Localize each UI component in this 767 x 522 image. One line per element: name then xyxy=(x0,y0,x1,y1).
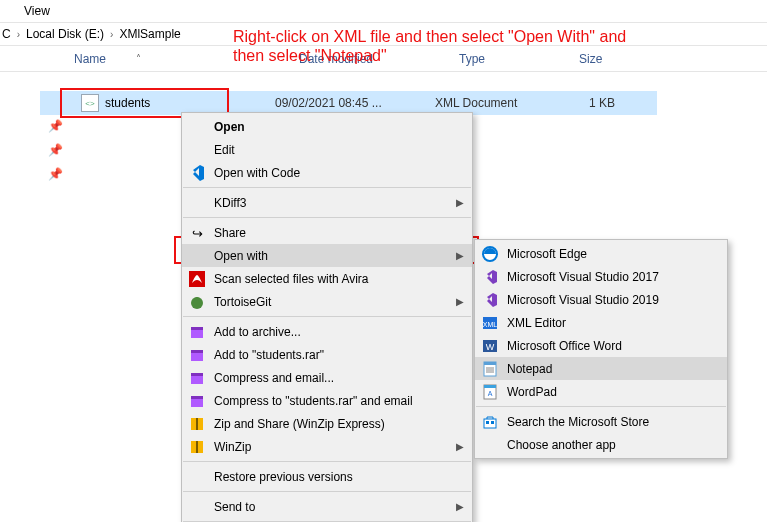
menu-add-archive[interactable]: Add to archive... xyxy=(182,320,472,343)
svg-text:W: W xyxy=(486,342,495,352)
winrar-icon xyxy=(188,323,206,341)
svg-rect-8 xyxy=(191,373,203,376)
menu-open[interactable]: Open xyxy=(182,115,472,138)
menu-kdiff3[interactable]: KDiff3▶ xyxy=(182,191,472,214)
svg-rect-30 xyxy=(491,421,494,424)
sort-asc-icon: ˄ xyxy=(136,53,141,64)
svg-rect-4 xyxy=(191,327,203,330)
separator xyxy=(183,491,471,492)
pin-icon: 📌 xyxy=(48,119,63,133)
pin-icon: 📌 xyxy=(48,143,63,157)
winzip-icon xyxy=(188,415,206,433)
svg-point-2 xyxy=(195,297,199,301)
chevron-right-icon: › xyxy=(17,29,20,40)
menu-zip-share[interactable]: Zip and Share (WinZip Express) xyxy=(182,412,472,435)
menu-compress-rar-email[interactable]: Compress to "students.rar" and email xyxy=(182,389,472,412)
separator xyxy=(183,187,471,188)
chevron-right-icon: ▶ xyxy=(456,296,464,307)
svg-rect-12 xyxy=(196,418,198,430)
separator xyxy=(183,461,471,462)
openwith-submenu: Microsoft Edge Microsoft Visual Studio 2… xyxy=(474,239,728,459)
vscode-icon xyxy=(188,164,206,182)
menu-compress-email[interactable]: Compress and email... xyxy=(182,366,472,389)
menu-winzip[interactable]: WinZip▶ xyxy=(182,435,472,458)
file-explorer-window: View C › Local Disk (E:) › XMlSample Nam… xyxy=(0,0,767,522)
file-name: students xyxy=(105,96,275,110)
winzip-icon xyxy=(188,438,206,456)
tortoisegit-icon xyxy=(188,293,206,311)
menu-tortoisegit[interactable]: TortoiseGit▶ xyxy=(182,290,472,313)
chevron-right-icon: › xyxy=(110,29,113,40)
menu-open-with-code[interactable]: Open with Code xyxy=(182,161,472,184)
separator xyxy=(183,217,471,218)
winrar-icon xyxy=(188,369,206,387)
separator xyxy=(183,316,471,317)
svg-rect-6 xyxy=(191,350,203,353)
menu-open-with[interactable]: Open with▶ xyxy=(182,244,472,267)
submenu-choose-another[interactable]: Choose another app xyxy=(475,433,727,456)
submenu-edge[interactable]: Microsoft Edge xyxy=(475,242,727,265)
pin-icon: 📌 xyxy=(48,167,63,181)
svg-rect-21 xyxy=(484,362,496,365)
col-name[interactable]: Name xyxy=(74,52,106,66)
word-icon: W xyxy=(481,337,499,355)
file-type: XML Document xyxy=(435,96,555,110)
menu-restore-versions[interactable]: Restore previous versions xyxy=(182,465,472,488)
menu-add-rar[interactable]: Add to "students.rar" xyxy=(182,343,472,366)
xml-editor-icon: XML xyxy=(481,314,499,332)
share-icon: ↪ xyxy=(188,224,206,242)
svg-rect-26 xyxy=(484,385,496,388)
visualstudio-icon xyxy=(481,268,499,286)
crumb-folder[interactable]: XMlSample xyxy=(119,27,180,41)
winrar-icon xyxy=(188,392,206,410)
col-type[interactable]: Type xyxy=(459,52,579,66)
submenu-vs2019[interactable]: Microsoft Visual Studio 2019 xyxy=(475,288,727,311)
menu-scan-avira[interactable]: Scan selected files with Avira xyxy=(182,267,472,290)
submenu-word[interactable]: W Microsoft Office Word xyxy=(475,334,727,357)
submenu-wordpad[interactable]: A WordPad xyxy=(475,380,727,403)
chevron-right-icon: ▶ xyxy=(456,250,464,261)
avira-icon xyxy=(188,270,206,288)
submenu-search-store[interactable]: Search the Microsoft Store xyxy=(475,410,727,433)
file-date: 09/02/2021 08:45 ... xyxy=(275,96,435,110)
col-size[interactable]: Size xyxy=(579,52,639,66)
submenu-xml-editor[interactable]: XML XML Editor xyxy=(475,311,727,334)
submenu-notepad[interactable]: Notepad xyxy=(475,357,727,380)
svg-rect-14 xyxy=(196,441,198,453)
svg-rect-10 xyxy=(191,396,203,399)
xml-file-icon: <> xyxy=(81,94,99,112)
chevron-right-icon: ▶ xyxy=(456,197,464,208)
svg-rect-29 xyxy=(486,421,489,424)
file-size: 1 KB xyxy=(555,96,615,110)
svg-text:A: A xyxy=(488,390,493,397)
annotation-text-2: then select "Notepad" xyxy=(233,46,387,65)
chevron-right-icon: ▶ xyxy=(456,501,464,512)
visualstudio-icon xyxy=(481,291,499,309)
svg-rect-28 xyxy=(484,419,496,428)
winrar-icon xyxy=(188,346,206,364)
annotation-text-1: Right-click on XML file and then select … xyxy=(233,27,626,46)
edge-icon xyxy=(481,245,499,263)
submenu-vs2017[interactable]: Microsoft Visual Studio 2017 xyxy=(475,265,727,288)
notepad-icon xyxy=(481,360,499,378)
menubar: View xyxy=(0,0,767,23)
menu-view[interactable]: View xyxy=(18,2,56,20)
menu-send-to[interactable]: Send to▶ xyxy=(182,495,472,518)
store-icon xyxy=(481,413,499,431)
crumb-root[interactable]: C xyxy=(2,27,11,41)
menu-share[interactable]: ↪ Share xyxy=(182,221,472,244)
chevron-right-icon: ▶ xyxy=(456,441,464,452)
separator xyxy=(476,406,726,407)
crumb-drive[interactable]: Local Disk (E:) xyxy=(26,27,104,41)
menu-edit[interactable]: Edit xyxy=(182,138,472,161)
wordpad-icon: A xyxy=(481,383,499,401)
svg-text:XML: XML xyxy=(483,321,498,328)
context-menu: Open Edit Open with Code KDiff3▶ ↪ Share… xyxy=(181,112,473,522)
